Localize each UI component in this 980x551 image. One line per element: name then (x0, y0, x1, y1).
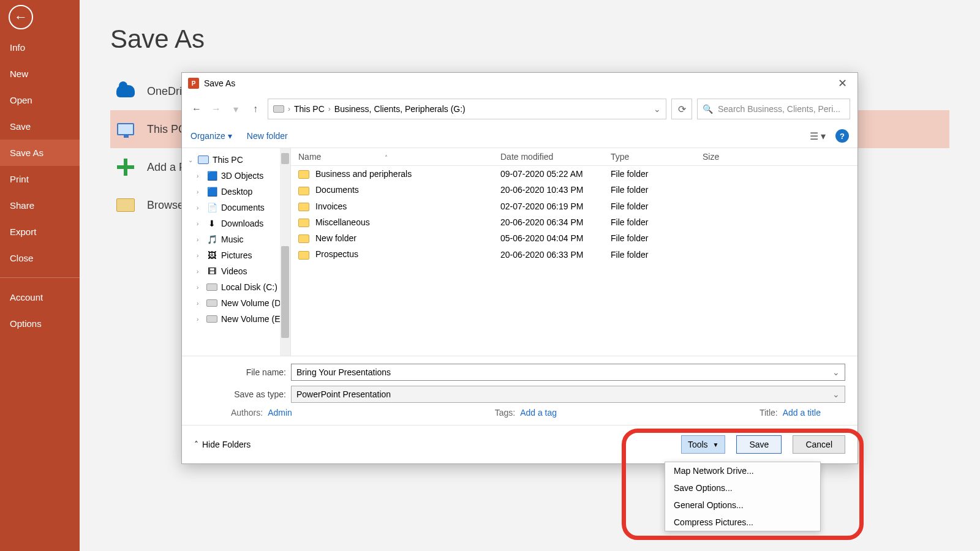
chevron-right-icon[interactable]: › (197, 268, 203, 275)
new-folder-button[interactable]: New folder (247, 131, 288, 141)
chevron-right-icon[interactable]: › (197, 252, 203, 259)
file-name: Invoices (315, 201, 347, 211)
chevron-down-icon[interactable]: ⌄ (832, 367, 840, 377)
file-row[interactable]: Prospectus20-06-2020 06:33 PMFile folder (291, 246, 858, 262)
location-label: Browse (147, 199, 184, 212)
filename-input[interactable]: Bring Your Presentations ⌄ (291, 364, 845, 381)
file-date: 20-06-2020 06:34 PM (493, 217, 603, 227)
chevron-right-icon[interactable]: › (197, 189, 203, 195)
chevron-right-icon[interactable]: › (197, 173, 203, 179)
tree-item[interactable]: ⌄This PC (182, 152, 290, 168)
tree-item[interactable]: ›🖼Pictures (182, 247, 290, 263)
sidebar-item-new[interactable]: New (0, 61, 80, 87)
help-button[interactable]: ? (835, 129, 849, 143)
scrollbar-track[interactable] (280, 148, 290, 356)
view-options-button[interactable]: ☰ ▾ (810, 130, 826, 142)
file-row[interactable]: New folder05-06-2020 04:04 PMFile folder (291, 230, 858, 246)
sidebar-item-info[interactable]: Info (0, 34, 80, 61)
file-name: Prospectus (315, 249, 358, 259)
sidebar-item-account[interactable]: Account (0, 284, 80, 310)
toolbar: Organize ▾ New folder ☰ ▾ ? (182, 124, 858, 148)
breadcrumb-segment[interactable]: This PC (294, 104, 325, 114)
col-date[interactable]: Date modified (493, 152, 603, 162)
tree-item[interactable]: ›⬇Downloads (182, 216, 290, 231)
sidebar-items: InfoNewOpenSaveSave AsPrintShareExportCl… (0, 34, 80, 271)
folder-icon (115, 195, 136, 216)
nav-up-button[interactable]: ↑ (248, 102, 263, 116)
refresh-button[interactable]: ⟳ (671, 99, 692, 119)
save-button[interactable]: Save (736, 435, 782, 454)
location-label: This PC (147, 123, 186, 136)
back-button[interactable]: ← (9, 5, 33, 29)
tree-item[interactable]: ›New Volume (D:) (182, 295, 290, 311)
file-row[interactable]: Business and peripherals09-07-2020 05:22… (291, 166, 858, 182)
search-input[interactable]: 🔍 Search Business, Clients, Peri... (697, 99, 850, 119)
file-row[interactable]: Miscellaneous20-06-2020 06:34 PMFile fol… (291, 214, 858, 230)
sort-asc-icon: ˄ (385, 154, 388, 161)
tags-value[interactable]: Add a tag (520, 408, 557, 418)
file-date: 09-07-2020 05:22 AM (493, 169, 603, 179)
file-name: Documents (315, 185, 359, 195)
tools-button[interactable]: Tools ▼ (681, 435, 726, 454)
tools-menu: Map Network Drive...Save Options...Gener… (665, 462, 821, 531)
scrollbar-up-icon[interactable] (281, 153, 289, 164)
chevron-right-icon[interactable]: › (197, 284, 203, 291)
hide-folders-button[interactable]: ˄ Hide Folders (194, 440, 251, 449)
tree-item-label: Desktop (221, 187, 252, 197)
sidebar-item-share[interactable]: Share (0, 192, 80, 219)
authors-value[interactable]: Admin (268, 408, 292, 418)
chevron-right-icon[interactable]: › (197, 316, 203, 323)
save-type-label: Save as type: (231, 389, 286, 399)
chevron-right-icon[interactable]: › (197, 220, 203, 227)
chevron-right-icon[interactable]: › (197, 300, 203, 307)
col-type[interactable]: Type (603, 152, 695, 162)
breadcrumb-segment[interactable]: Business, Clients, Peripherals (G:) (334, 104, 466, 114)
tools-menu-item[interactable]: Save Options... (665, 479, 820, 497)
form-area: File name: Bring Your Presentations ⌄ Sa… (182, 356, 858, 425)
tree-item-label: Documents (221, 203, 265, 212)
chevron-down-icon[interactable]: ⌄ (188, 157, 194, 163)
save-as-dialog: P Save As ✕ ← → ▾ ↑ › This PC › Business… (181, 72, 858, 464)
chevron-up-icon: ˄ (194, 440, 198, 449)
tools-menu-item[interactable]: Compress Pictures... (665, 514, 820, 531)
close-icon[interactable]: ✕ (833, 77, 851, 90)
file-row[interactable]: Documents20-06-2020 10:43 PMFile folder (291, 182, 858, 198)
monitor-icon (115, 119, 136, 140)
cancel-button[interactable]: Cancel (793, 435, 845, 454)
tree-item[interactable]: ›New Volume (E:) (182, 311, 290, 327)
tree-item[interactable]: ›🎞Videos (182, 263, 290, 279)
nav-back-button[interactable]: ← (189, 102, 204, 116)
nav-recent-dropdown[interactable]: ▾ (228, 102, 243, 116)
tree-item[interactable]: ›🎵Music (182, 231, 290, 247)
tree-item-label: 3D Objects (221, 171, 263, 181)
breadcrumb[interactable]: › This PC › Business, Clients, Periphera… (268, 99, 666, 119)
tools-menu-item[interactable]: General Options... (665, 497, 820, 514)
chevron-down-icon[interactable]: ⌄ (832, 389, 840, 399)
tree-item[interactable]: ›Local Disk (C:) (182, 279, 290, 295)
scrollbar-thumb[interactable] (281, 246, 289, 338)
file-row[interactable]: Invoices02-07-2020 06:19 PMFile folder (291, 198, 858, 214)
sidebar-item-save[interactable]: Save (0, 113, 80, 140)
organize-button[interactable]: Organize ▾ (190, 131, 232, 141)
nav-forward-button[interactable]: → (209, 102, 224, 116)
breadcrumb-dropdown-icon[interactable]: ⌄ (654, 104, 661, 114)
sidebar-item-open[interactable]: Open (0, 87, 80, 113)
tree-item[interactable]: ›📄Documents (182, 200, 290, 216)
tree-item[interactable]: ›🟦3D Objects (182, 168, 290, 184)
tools-menu-item[interactable]: Map Network Drive... (665, 462, 820, 479)
sidebar-item-export[interactable]: Export (0, 219, 80, 245)
save-type-select[interactable]: PowerPoint Presentation ⌄ (291, 386, 845, 403)
title-value[interactable]: Add a title (783, 408, 821, 418)
chevron-right-icon[interactable]: › (197, 204, 203, 211)
sidebar-item-print[interactable]: Print (0, 166, 80, 192)
chevron-right-icon[interactable]: › (197, 236, 203, 243)
chevron-down-icon: ▼ (713, 441, 719, 448)
file-name: New folder (315, 233, 356, 243)
sidebar-item-options[interactable]: Options (0, 310, 80, 337)
col-size[interactable]: Size (695, 152, 756, 162)
sidebar-item-close[interactable]: Close (0, 245, 80, 271)
col-name[interactable]: Name ˄ (291, 152, 493, 162)
obj-icon: 🟦 (206, 170, 217, 181)
sidebar-item-save-as[interactable]: Save As (0, 140, 80, 166)
tree-item[interactable]: ›🟦Desktop (182, 184, 290, 200)
